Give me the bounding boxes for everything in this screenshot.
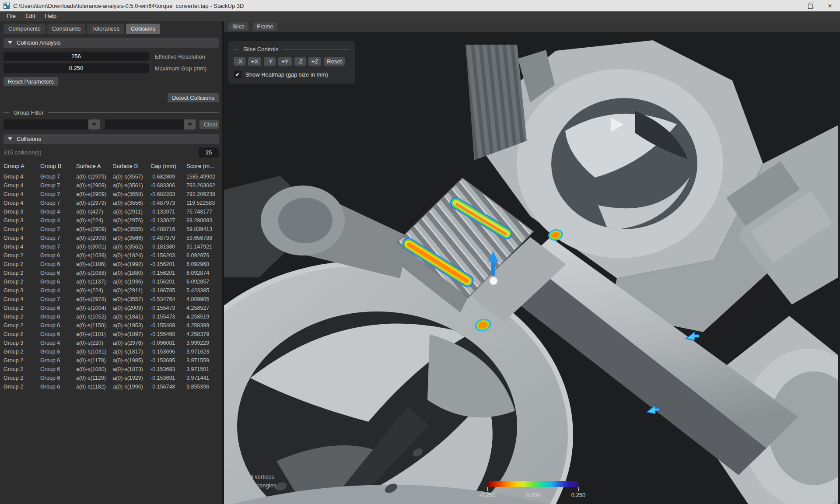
heatmap-checkbox[interactable]: ✔ [234,70,242,78]
viewport-3d[interactable]: SliceFrame [224,21,840,504]
cell-score: 31.147921 [186,244,222,250]
param-row: 0.250 Maximum Gap (mm) [4,63,219,73]
slice-button[interactable]: -Y [264,57,276,66]
menu-item[interactable]: Edit [21,11,40,21]
heatmap-label: Show Heatmap (gap size in mm) [245,71,328,78]
viewport-tab[interactable]: Frame [253,22,277,31]
cell-group-a: Group 4 [4,200,40,206]
table-row[interactable]: Group 4 Group 7 a(0)-s(2979) a(0)-s(3556… [0,199,222,207]
viewport-3d-model[interactable] [224,32,838,504]
column-header[interactable]: Surface B [113,163,150,169]
cell-gap: -0.155469 [150,322,186,329]
cell-surface-b: a(0)-s(2911) [113,209,150,215]
table-row[interactable]: Group 2 Group 6 a(0)-s(1101) a(0)-s(1897… [0,330,222,339]
cell-score: 4.258379 [186,331,222,337]
cell-gap: -0.132071 [150,209,186,215]
cell-surface-b: a(0)-s(1824) [113,252,150,259]
table-row[interactable]: Group 4 Group 7 a(0)-s(2909) a(0)-s(3558… [0,190,222,199]
collisions-header[interactable]: Collisions [4,134,219,144]
panel-tab[interactable]: Components [4,24,46,34]
group-filter-combo-a[interactable] [4,119,100,130]
table-row[interactable]: Group 4 Group 7 a(0)-s(2909) a(0)-s(3561… [0,181,222,190]
reset-parameters-button[interactable]: Reset Parameters [4,77,58,86]
cell-gap: -0.682283 [150,191,186,197]
column-header[interactable]: Score (m... [186,163,222,169]
slice-button[interactable]: +Y [278,57,291,66]
table-row[interactable]: Group 2 Group 6 a(0)-s(1182) a(0)-s(1990… [0,382,222,391]
chevron-down-icon[interactable] [88,119,100,130]
cell-group-a: Group 2 [4,366,40,372]
cell-gap: -0.683306 [150,182,186,189]
cell-group-b: Group 6 [40,305,76,311]
menu-item[interactable]: Help [40,11,61,21]
restore-icon [808,4,812,8]
clear-filter-button[interactable]: Clear [200,120,219,129]
legend-line [282,49,350,49]
table-row[interactable]: Group 4 Group 7 a(0)-s(2979) a(0)-s(3557… [0,172,222,181]
cell-surface-b: a(0)-s(2911) [113,287,150,294]
cell-score: 4.258527 [186,305,222,311]
chevron-down-icon[interactable] [184,119,196,130]
panel-tab[interactable]: Constraints [47,24,86,34]
table-row[interactable]: Group 4 Group 7 a(0)-s(2978) a(0)-s(3557… [0,295,222,304]
cell-surface-a: a(0)-s(1088) [76,270,113,276]
slice-button[interactable]: -X [234,57,245,66]
collision-analysis-header[interactable]: Collision Analysis [4,38,219,48]
table-row[interactable]: Group 2 Group 6 a(0)-s(1186) a(0)-s(1992… [0,260,222,269]
slice-button[interactable]: Reset [324,57,345,66]
table-row[interactable]: Group 3 Group 4 a(0)-s(220) a(0)-s(2976)… [0,339,222,347]
slice-button[interactable]: +X [248,57,261,66]
close-button[interactable]: ✕ [820,0,840,11]
cell-surface-a: a(0)-s(2979) [76,174,113,180]
param-label: Effective Resolution [155,53,205,60]
table-row[interactable]: Group 2 Group 6 a(0)-s(1052) a(0)-s(1841… [0,312,222,321]
combo-value [4,119,88,130]
table-header: Group AGroup BSurface ASurface BGap (mm)… [0,161,222,171]
minimize-button[interactable] [780,0,800,11]
table-row[interactable]: Group 3 Group 4 a(0)-s(427) a(0)-s(2911)… [0,207,222,216]
column-header[interactable]: Gap (mm) [150,163,186,169]
detect-collisions-button[interactable]: Detect Collisions [168,93,219,102]
table-row[interactable]: Group 2 Group 6 a(0)-s(1129) a(0)-s(1929… [0,374,222,382]
cell-gap: -0.155473 [150,305,186,311]
slice-button[interactable]: +Z [308,57,322,66]
collision-limit-input[interactable]: 25 [199,147,219,158]
table-row[interactable]: Group 2 Group 6 a(0)-s(1088) a(0)-s(1880… [0,269,222,277]
cell-gap: -0.487379 [150,235,186,241]
column-header[interactable]: Group B [40,163,76,169]
table-row[interactable]: Group 2 Group 6 a(0)-s(1039) a(0)-s(1824… [0,251,222,260]
column-header[interactable]: Group A [4,163,40,169]
cell-group-b: Group 7 [40,174,76,180]
panel-tab[interactable]: Collisions [126,24,160,34]
table-row[interactable]: Group 2 Group 6 a(0)-s(1137) a(0)-s(1936… [0,277,222,286]
table-row[interactable]: Group 2 Group 6 a(0)-s(1004) a(0)-s(2009… [0,304,222,312]
cell-surface-b: a(0)-s(1929) [113,375,150,381]
table-row[interactable]: Group 4 Group 7 a(0)-s(2909) a(0)-s(3555… [0,225,222,234]
cell-group-b: Group 7 [40,235,76,241]
table-row[interactable]: Group 2 Group 6 a(0)-s(1031) a(0)-s(1817… [0,347,222,356]
cell-score: 3.999229 [186,340,222,346]
cell-group-a: Group 2 [4,375,40,381]
menu-item[interactable]: File [2,11,21,21]
table-row[interactable]: Group 4 Group 7 a(0)-s(3001) a(0)-s(3562… [0,242,222,251]
table-row[interactable]: Group 2 Group 6 a(0)-s(1080) a(0)-s(1873… [0,365,222,374]
stat-line: 3356224 vertices [231,472,276,481]
table-row[interactable]: Group 2 Group 6 a(0)-s(1178) a(0)-s(1985… [0,356,222,365]
cell-group-a: Group 4 [4,296,40,302]
table-row[interactable]: Group 3 Group 4 a(0)-s(224) a(0)-s(2911)… [0,286,222,295]
section-title: Collision Analysis [17,39,60,46]
heatmap-toggle-row: ✔ Show Heatmap (gap size in mm) [234,70,350,78]
restore-button[interactable] [800,0,820,11]
panel-tab[interactable]: Tolerances [87,24,124,34]
table-row[interactable]: Group 3 Group 4 a(0)-s(224) a(0)-s(2976)… [0,216,222,225]
minimize-icon [788,6,792,6]
table-row[interactable]: Group 2 Group 6 a(0)-s(1150) a(0)-s(1953… [0,321,222,330]
slice-controls-panel: Slice Controls -X+X-Y+Y-Z+ZReset ✔ Show … [228,41,355,84]
param-input[interactable]: 0.250 [4,63,149,73]
slice-button[interactable]: -Z [294,57,306,66]
column-header[interactable]: Surface A [76,163,113,169]
viewport-tab[interactable]: Slice [228,22,248,31]
group-filter-combo-b[interactable] [105,119,196,130]
param-input[interactable]: 256 [4,52,149,61]
table-row[interactable]: Group 4 Group 7 a(0)-s(2909) a(0)-s(3566… [0,234,222,242]
